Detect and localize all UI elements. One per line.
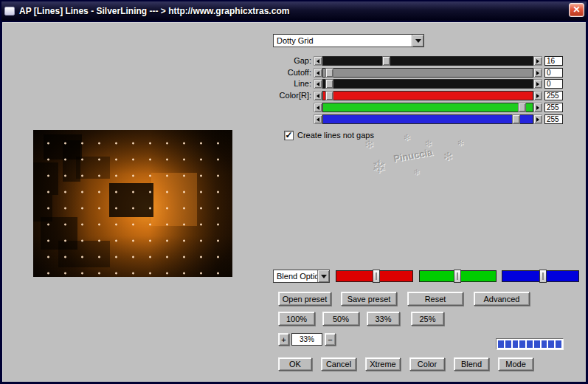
slider-track[interactable] (322, 91, 533, 100)
slider-left-arrow[interactable] (314, 114, 322, 124)
snowflake-icon: ❄ (372, 157, 387, 177)
pattern-dropdown[interactable]: Dotty Grid (273, 34, 424, 47)
blend-options-dropdown[interactable]: Blend Options (273, 270, 330, 283)
zoom-25-button[interactable]: 25% (411, 312, 444, 326)
rgb-slider-thumb[interactable] (373, 270, 380, 283)
preview-dot-grid (33, 130, 232, 277)
slider[interactable] (314, 103, 542, 112)
slider-track[interactable] (322, 56, 533, 66)
slider-right-arrow[interactable] (533, 103, 542, 112)
slider-left-arrow[interactable] (314, 79, 322, 89)
slider-value-box[interactable]: 0 (544, 68, 563, 78)
slider-row-2: Line: 0 (275, 79, 564, 89)
snowflake-icon: ✻ (404, 133, 410, 143)
slider-thumb[interactable] (325, 68, 333, 78)
chevron-down-icon[interactable] (317, 270, 329, 282)
blend-options-dropdown-value: Blend Options (274, 270, 317, 282)
preset-advanced-button[interactable]: Advanced (474, 292, 530, 306)
slider-label: Line: (275, 79, 314, 89)
slider[interactable] (314, 56, 542, 66)
slider-label: Gap: (275, 56, 314, 66)
progress-segment (505, 340, 511, 348)
slider-value-box[interactable]: 16 (544, 56, 563, 66)
snowflake-icon: ❄ (424, 138, 432, 149)
create-lines-checkbox-row: ✓ Create lines not gaps (284, 130, 374, 140)
action-ok-button[interactable]: OK (278, 357, 312, 371)
preset-save-preset-button[interactable]: Save preset (341, 292, 397, 306)
create-lines-checkbox-label: Create lines not gaps (297, 131, 374, 140)
slider-thumb[interactable] (518, 103, 526, 112)
slider[interactable] (314, 68, 542, 78)
slider-right-arrow[interactable] (533, 91, 542, 100)
preview-image (33, 130, 232, 277)
action-mode-button[interactable]: Mode (498, 357, 533, 371)
slider-value-box[interactable]: 255 (544, 114, 563, 124)
slider-left-arrow[interactable] (314, 56, 322, 66)
slider-label: Cutoff: (275, 68, 314, 78)
slider-value-box[interactable]: 255 (544, 103, 563, 112)
slider-row-1: Cutoff: 0 (275, 68, 564, 78)
slider-track[interactable] (322, 68, 533, 78)
green-channel-slider[interactable] (419, 270, 497, 282)
slider[interactable] (314, 114, 542, 124)
slider-label (275, 103, 314, 112)
progress-segment (513, 340, 519, 348)
slider-track[interactable] (322, 114, 533, 124)
action-xtreme-button[interactable]: Xtreme (365, 357, 401, 371)
preset-reset-button[interactable]: Reset (407, 292, 463, 306)
plugin-window: AP [Lines] Lines - SilverLining --- > ht… (0, 0, 588, 384)
zoom-value-box: 33% (291, 333, 322, 346)
slider-thumb[interactable] (382, 56, 390, 66)
slider-thumb[interactable] (512, 114, 520, 124)
slider-left-arrow[interactable] (314, 68, 322, 78)
slider-rows: Gap: 16 Cutoff: 0 Line: 0 (275, 56, 564, 128)
zoom-decrease-button[interactable]: − (325, 333, 336, 346)
progress-segment (542, 340, 547, 348)
zoom-50-button[interactable]: 50% (322, 312, 359, 326)
titlebar[interactable]: AP [Lines] Lines - SilverLining --- > ht… (1, 1, 587, 21)
zoom-increase-button[interactable]: + (278, 333, 289, 346)
slider-label (275, 114, 314, 124)
slider-right-arrow[interactable] (533, 56, 542, 66)
progress-bar (496, 338, 564, 350)
slider[interactable] (314, 79, 542, 89)
rgb-slider-thumb[interactable] (454, 270, 461, 283)
slider-track[interactable] (322, 103, 533, 112)
app-icon (4, 7, 15, 16)
slider-track[interactable] (322, 79, 533, 89)
chevron-down-icon[interactable] (412, 35, 423, 47)
slider-right-arrow[interactable] (533, 79, 542, 89)
slider-thumb[interactable] (325, 91, 333, 100)
zoom-100-button[interactable]: 100% (278, 312, 315, 326)
slider-right-arrow[interactable] (533, 68, 542, 78)
slider[interactable] (314, 91, 542, 100)
slider-right-arrow[interactable] (533, 114, 542, 124)
slider-row-4: 255 (275, 103, 564, 112)
progress-segment (498, 340, 504, 348)
close-button[interactable]: ✕ (569, 3, 584, 17)
slider-value-box[interactable]: 0 (544, 79, 563, 89)
preset-open-preset-button[interactable]: Open preset (278, 292, 331, 306)
snowflake-icon: ❄ (364, 137, 374, 151)
progress-segment (548, 340, 554, 348)
slider-label: Color[R]: (275, 91, 314, 100)
create-lines-checkbox[interactable]: ✓ (284, 131, 294, 140)
slider-left-arrow[interactable] (314, 103, 322, 112)
action-cancel-button[interactable]: Cancel (321, 357, 356, 371)
blue-channel-slider[interactable] (502, 270, 579, 282)
rgb-slider-thumb[interactable] (539, 270, 547, 283)
slider-thumb[interactable] (325, 79, 333, 89)
action-color-button[interactable]: Color (409, 357, 445, 371)
progress-segment (519, 340, 525, 348)
progress-segment (527, 340, 533, 348)
snowflake-icon: ✻ (443, 150, 453, 163)
window-title: AP [Lines] Lines - SilverLining --- > ht… (19, 6, 289, 16)
red-channel-slider[interactable] (336, 270, 413, 282)
snowflake-icon: ✻ (457, 139, 463, 147)
slider-left-arrow[interactable] (314, 91, 322, 100)
action-blend-button[interactable]: Blend (454, 357, 489, 371)
slider-value-box[interactable]: 255 (544, 91, 563, 100)
snowflake-icon: ❄ (413, 168, 420, 177)
zoom-33-button[interactable]: 33% (367, 312, 400, 326)
slider-row-3: Color[R]: 255 (275, 91, 564, 100)
